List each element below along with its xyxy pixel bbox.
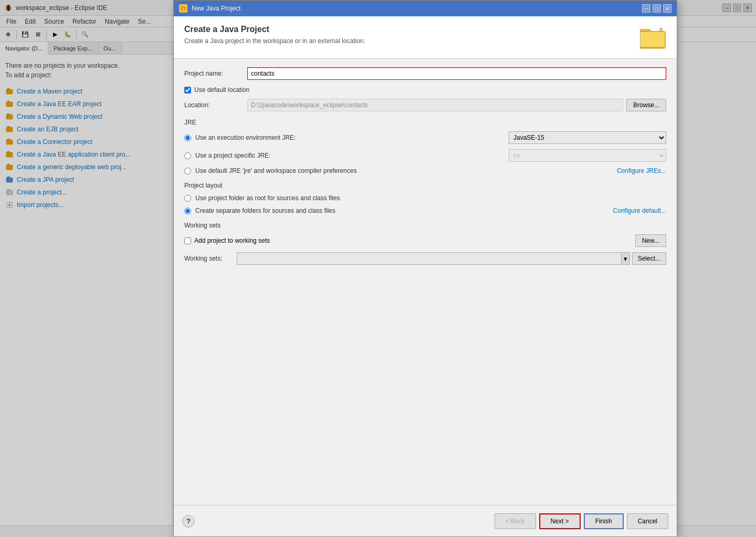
jre-env-radio[interactable]	[184, 135, 191, 141]
working-sets-input-row: Working sets: ▾ Select...	[184, 252, 666, 265]
finish-button[interactable]: Finish	[584, 513, 624, 529]
dialog-title-text: New Java Project	[192, 5, 642, 12]
next-button[interactable]: Next >	[539, 513, 581, 529]
add-working-sets-label: Add project to working sets	[194, 237, 632, 244]
location-label: Location:	[184, 101, 247, 109]
new-working-set-button[interactable]: New...	[635, 234, 666, 247]
jre-specific-select[interactable]: jre	[509, 149, 666, 162]
dialog-subtitle: Create a Java project in the workspace o…	[184, 37, 365, 45]
configure-jres-link[interactable]: Configure JREs...	[617, 167, 666, 174]
jre-specific-label: Use a project specific JRE:	[195, 152, 509, 159]
use-default-location-label: Use default location	[194, 86, 249, 94]
dialog-body: Project name: Use default location Locat…	[174, 59, 677, 505]
jre-env-select[interactable]: JavaSE-15	[509, 131, 666, 144]
jre-heading: JRE	[184, 119, 666, 126]
layout-folders-label: Create separate folders for sources and …	[195, 207, 613, 214]
dialog-title-icon: J	[179, 4, 187, 13]
project-name-row: Project name:	[184, 67, 666, 80]
use-default-location-checkbox[interactable]	[184, 87, 191, 94]
working-sets-heading: Working sets	[184, 222, 666, 229]
dialog-window-controls: ─ □ ✕	[642, 4, 671, 13]
back-button[interactable]: < Back	[495, 513, 536, 529]
configure-default-link[interactable]: Configure default...	[613, 207, 666, 214]
layout-root-radio[interactable]	[184, 195, 191, 202]
jre-specific-radio[interactable]	[184, 152, 191, 159]
add-working-sets-row: Add project to working sets New...	[184, 234, 666, 247]
jre-option1-row: Use an execution environment JRE: JavaSE…	[184, 131, 666, 144]
dialog-header-text: Create a Java Project Create a Java proj…	[184, 25, 365, 45]
working-sets-input[interactable]	[237, 252, 622, 265]
svg-rect-26	[640, 32, 665, 47]
dialog-footer: ? < Back Next > Finish Cancel	[174, 505, 677, 536]
jre-env-label: Use an execution environment JRE:	[195, 134, 509, 141]
dialog-main-title: Create a Java Project	[184, 25, 365, 34]
dialog-header-folder-icon	[640, 25, 666, 51]
jre-default-label: Use default JRE 'jre' and workspace comp…	[195, 167, 617, 174]
dialog-close-btn[interactable]: ✕	[663, 4, 671, 13]
working-sets-dropdown-arrow[interactable]: ▾	[622, 252, 630, 265]
project-name-input[interactable]	[247, 67, 666, 80]
dialog-header: Create a Java Project Create a Java proj…	[174, 16, 677, 59]
layout-folders-radio[interactable]	[184, 208, 191, 214]
jre-default-radio[interactable]	[184, 168, 191, 174]
dialog-minimize-btn[interactable]: ─	[642, 4, 650, 13]
layout-option1-row: Use project folder as root for sources a…	[184, 194, 666, 202]
location-row: Location: Browse...	[184, 99, 666, 111]
use-default-location-row: Use default location	[184, 86, 666, 94]
layout-root-label: Use project folder as root for sources a…	[195, 194, 666, 202]
help-button[interactable]: ?	[182, 515, 195, 528]
layout-option2-row: Create separate folders for sources and …	[184, 207, 666, 214]
svg-text:J: J	[182, 7, 184, 11]
dialog-title-bar: J New Java Project ─ □ ✕	[174, 1, 677, 16]
project-name-label: Project name:	[184, 70, 247, 77]
browse-button[interactable]: Browse...	[626, 99, 666, 111]
dialog-overlay: J New Java Project ─ □ ✕ Create a Java P…	[0, 0, 756, 537]
cancel-button[interactable]: Cancel	[627, 513, 668, 529]
dialog-maximize-btn[interactable]: □	[653, 4, 661, 13]
jre-option2-row: Use a project specific JRE: jre	[184, 149, 666, 162]
new-java-project-dialog: J New Java Project ─ □ ✕ Create a Java P…	[173, 0, 677, 537]
select-working-sets-button[interactable]: Select...	[632, 252, 666, 265]
add-working-sets-checkbox[interactable]	[184, 237, 191, 244]
location-input[interactable]	[247, 99, 623, 111]
working-sets-label: Working sets:	[184, 255, 237, 262]
layout-heading: Project layout	[184, 182, 666, 189]
jre-option3-row: Use default JRE 'jre' and workspace comp…	[184, 167, 666, 174]
